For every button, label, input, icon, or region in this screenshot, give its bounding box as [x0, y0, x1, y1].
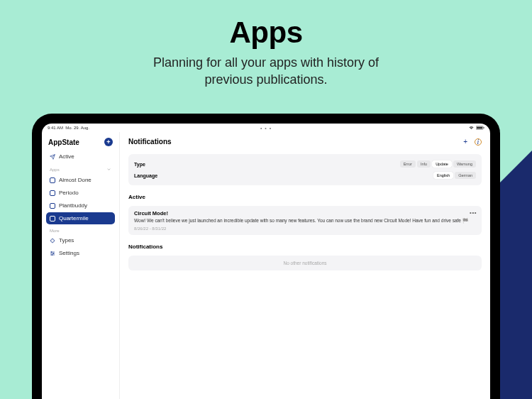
chip-update[interactable]: Update — [432, 160, 452, 168]
hero-title: Apps — [0, 16, 532, 50]
status-bar: 9:41 AM Mo. 29. Aug. • • • — [42, 124, 490, 132]
filter-row-language: Language English German — [134, 170, 476, 181]
notification-date: 8/26/22 - 8/31/22 — [134, 226, 476, 231]
hero-section: Apps Planning for all your apps with his… — [0, 0, 532, 89]
info-icon[interactable]: i — [475, 138, 482, 146]
app-item-icon — [50, 177, 55, 183]
target-icon — [50, 238, 55, 244]
sidebar-item-periodo[interactable]: Periodo — [46, 187, 115, 199]
sidebar-item-label: Almost Done — [59, 177, 92, 183]
sidebar-header: AppState + — [46, 136, 115, 151]
status-time-date: 9:41 AM Mo. 29. Aug. — [48, 126, 89, 130]
sidebar-item-active[interactable]: Active — [46, 151, 115, 163]
section-heading-notifications: Notifications — [128, 244, 482, 250]
chip-warning[interactable]: Warnung — [453, 160, 476, 168]
sidebar-item-almost-done[interactable]: Almost Done — [46, 174, 115, 186]
sidebar-item-label: Types — [59, 237, 74, 244]
paper-plane-icon — [50, 154, 55, 160]
filter-panel: Type Error Info Update Warnung Language … — [128, 154, 482, 185]
sidebar-item-label: Settings — [59, 250, 79, 256]
sidebar-item-label: Plantbuddy — [59, 202, 87, 209]
sidebar-item-types[interactable]: Types — [46, 234, 115, 246]
ipad-screen: 9:41 AM Mo. 29. Aug. • • • AppState + — [42, 124, 490, 399]
svg-point-5 — [53, 253, 54, 253]
ipad-frame: 9:41 AM Mo. 29. Aug. • • • AppState + — [32, 114, 500, 399]
empty-notifications-panel: No other notifications — [128, 256, 482, 270]
sidebar-section-apps[interactable]: Apps — [46, 163, 115, 174]
sidebar-item-quartermile[interactable]: Quartermile — [46, 212, 115, 224]
status-indicators — [469, 125, 484, 131]
notification-card[interactable]: ••• Circuit Mode! Wow! We can't believe … — [128, 206, 482, 235]
sidebar: AppState + Active Apps — [42, 132, 120, 399]
chip-german[interactable]: German — [455, 172, 476, 179]
battery-icon — [476, 126, 484, 131]
hero-subtitle: Planning for all your apps with history … — [0, 54, 532, 89]
filter-row-type: Type Error Info Update Warnung — [134, 158, 476, 170]
add-button[interactable]: + — [104, 138, 113, 146]
chip-info[interactable]: Info — [417, 160, 431, 168]
main-content: Notifications + i Type Error Info Update… — [120, 132, 490, 399]
more-icon[interactable]: ••• — [470, 209, 477, 216]
filter-label-type: Type — [134, 162, 145, 167]
app-item-icon — [50, 203, 55, 209]
svg-rect-1 — [477, 126, 482, 129]
multitask-dots-icon[interactable]: • • • — [260, 126, 272, 131]
sidebar-item-settings[interactable]: Settings — [46, 247, 115, 259]
wifi-icon — [469, 125, 474, 131]
app-body: AppState + Active Apps — [42, 132, 490, 399]
language-chip-group: English German — [433, 172, 476, 179]
svg-point-6 — [52, 254, 52, 255]
chip-error[interactable]: Error — [400, 160, 416, 168]
svg-point-4 — [51, 251, 52, 252]
chevron-down-icon — [106, 167, 111, 173]
main-actions: + i — [463, 138, 482, 146]
app-item-icon — [50, 216, 55, 222]
svg-point-3 — [51, 239, 55, 242]
sidebar-item-label: Active — [59, 153, 74, 160]
empty-text: No other notifications — [283, 261, 326, 266]
notification-title: Circuit Mode! — [134, 210, 476, 217]
sidebar-item-plantbuddy[interactable]: Plantbuddy — [46, 200, 115, 212]
add-notification-button[interactable]: + — [463, 138, 467, 146]
sidebar-item-label: Periodo — [59, 190, 79, 196]
app-title: AppState — [48, 138, 79, 146]
svg-rect-2 — [484, 127, 484, 129]
chip-english[interactable]: English — [433, 172, 453, 179]
sliders-icon — [50, 251, 55, 256]
app-item-icon — [50, 190, 55, 196]
filter-label-language: Language — [134, 173, 157, 178]
section-heading-active: Active — [128, 194, 482, 200]
main-header: Notifications + i — [128, 136, 482, 148]
page-title: Notifications — [128, 138, 172, 146]
sidebar-section-more: More — [46, 225, 115, 234]
sidebar-item-label: Quartermile — [59, 215, 89, 222]
notification-body: Wow! We can't believe we just launched a… — [134, 218, 476, 224]
type-chip-group: Error Info Update Warnung — [400, 160, 476, 168]
